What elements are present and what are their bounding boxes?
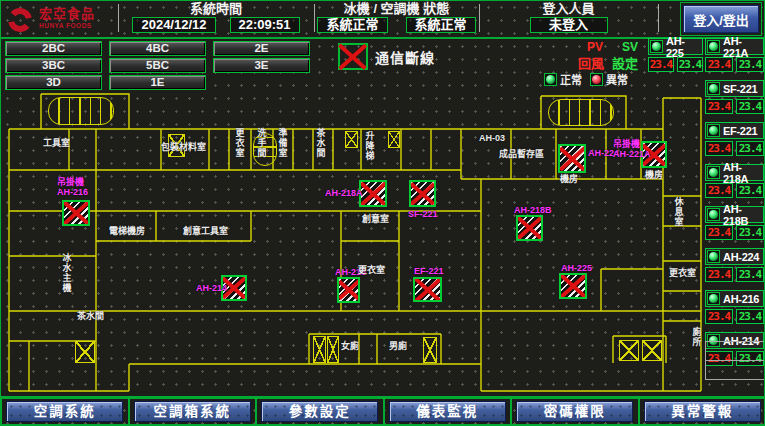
pv-name-header: 回風 — [578, 53, 604, 72]
ahu-status: 系統正常 — [406, 17, 476, 33]
normal-label: 正常 — [560, 71, 582, 87]
unit-panel-left-column: AH-22523.423.4 — [648, 38, 703, 72]
floor-button-3D[interactable]: 3D — [5, 75, 102, 90]
unit-name: AH-216 — [723, 293, 759, 305]
fp-unit-label: AH-214 — [196, 283, 227, 293]
pv-value: 23.4 — [705, 309, 733, 324]
room-label: 創意室 — [362, 215, 389, 225]
login-label: 登入人員 — [479, 1, 658, 17]
fp-unit-SF-221[interactable] — [409, 180, 436, 207]
pv-value: 23.4 — [705, 183, 733, 198]
nav-segment: 參數設定 — [256, 398, 384, 425]
room-label: 茶水間 — [77, 312, 104, 322]
sv-value: 23.4 — [736, 309, 764, 324]
unit-button-EF-221[interactable]: EF-221 — [705, 122, 764, 139]
floor-button-3BC[interactable]: 3BC — [5, 58, 102, 73]
room-label: 冰水主機 — [61, 253, 71, 293]
sv-value: 23.4 — [736, 57, 764, 72]
top-bar: 宏亞食品 HUNYA FOODS 系統時間 2024/12/12 22:09:5… — [1, 1, 765, 39]
sv-value: 23.4 — [736, 183, 764, 198]
floor-button-2BC[interactable]: 2BC — [5, 41, 102, 56]
fp-unit-label: SF-221 — [408, 209, 438, 219]
fp-unit-label: AH-218A — [325, 188, 363, 198]
room-label: 創意工具室 — [183, 227, 228, 237]
elevator-shaft-icon — [75, 341, 95, 363]
status-lamp-icon — [707, 124, 720, 137]
nav-button-異常警報[interactable]: 異常警報 — [644, 401, 761, 422]
fp-unit-label: AH-225 — [561, 263, 592, 273]
unit-block-AH-216: AH-21623.423.4 — [705, 290, 764, 324]
unit-block-AH-224: AH-22423.423.4 — [705, 248, 764, 282]
nav-button-空調系統[interactable]: 空調系統 — [6, 401, 123, 422]
status-lamp-icon — [707, 166, 720, 179]
unit-button-AH-216[interactable]: AH-216 — [705, 290, 764, 307]
login-logout-button[interactable]: 登入/登出 — [683, 5, 759, 33]
nav-button-密碼權限[interactable]: 密碼權限 — [516, 401, 633, 422]
fp-unit-AH-218B[interactable] — [516, 215, 543, 241]
logo-icon — [5, 5, 35, 35]
status-lamp-icon — [707, 208, 720, 221]
nav-button-參數設定[interactable]: 參數設定 — [261, 401, 378, 422]
stairs-icon — [548, 99, 614, 126]
floor-button-1E[interactable]: 1E — [109, 75, 206, 90]
fp-unit-label: 吊掛機AH-216 — [57, 177, 88, 197]
unit-button-AH-221A[interactable]: AH-221A — [705, 38, 764, 55]
floor-button-5BC[interactable]: 5BC — [109, 58, 206, 73]
machine-status-section: 冰機 / 空調機 狀態 系統正常 系統正常 — [314, 1, 479, 39]
unit-name: EF-221 — [723, 125, 757, 137]
fp-unit-label: EF-221 — [414, 266, 444, 276]
unit-block-AH-218A: AH-218A23.423.4 — [705, 164, 764, 198]
floor-button-3E[interactable]: 3E — [213, 58, 310, 73]
system-time-value: 22:09:51 — [230, 17, 300, 33]
fp-unit-AH-216[interactable] — [62, 200, 90, 226]
unit-button-AH-218A[interactable]: AH-218A — [705, 164, 764, 181]
hmi-screen: 吊掛機AH-216AH-214AH-218ASF-221AH-218BAH-22… — [0, 0, 765, 426]
unit-name: AH-224 — [723, 251, 759, 263]
nav-button-儀表監視[interactable]: 儀表監視 — [389, 401, 506, 422]
pv-value: 23.4 — [705, 225, 733, 240]
elevator-shaft-icon — [388, 131, 400, 148]
room-label: 更衣室 — [669, 269, 696, 279]
normal-legend: 正常 — [544, 71, 582, 87]
unit-block-EF-221: EF-22123.423.4 — [705, 122, 764, 156]
unit-button-AH-218B[interactable]: AH-218B — [705, 206, 764, 223]
unit-button-AH-224[interactable]: AH-224 — [705, 248, 764, 265]
pv-value: 23.4 — [705, 141, 733, 156]
room-label: 休息室 — [673, 197, 683, 227]
login-section: 登入人員 未登入 — [479, 1, 658, 39]
fp-unit-AH-218[interactable] — [337, 277, 360, 303]
machine-status-label: 冰機 / 空調機 狀態 — [314, 1, 479, 17]
unit-name: AH-225 — [666, 35, 701, 59]
sv-name-header: 設定 — [612, 53, 638, 72]
system-time-label: 系統時間 — [118, 1, 314, 17]
nav-button-空調箱系統[interactable]: 空調箱系統 — [134, 401, 251, 422]
floor-button-2E[interactable]: 2E — [213, 41, 310, 56]
unit-block-AH-221A: AH-221A23.423.4 — [705, 38, 764, 72]
room-label: 洗手間 — [256, 128, 266, 158]
room-label: 更衣室 — [358, 266, 385, 276]
room-label: 男廁 — [389, 342, 407, 352]
elevator-shaft-icon — [642, 340, 662, 361]
unit-button-AH-225[interactable]: AH-225 — [648, 38, 703, 55]
status-lamp-icon — [707, 40, 720, 53]
fp-unit-AH-224[interactable] — [558, 144, 586, 173]
room-label: 機房 — [645, 171, 663, 181]
fp-unit-AH-218A[interactable] — [359, 180, 387, 207]
elevator-shaft-icon — [619, 340, 639, 361]
unit-button-SF-221[interactable]: SF-221 — [705, 80, 764, 97]
normal-lamp-icon — [544, 73, 557, 86]
status-lamp-icon — [707, 82, 720, 95]
brand-name-en: HUNYA FOODS — [39, 20, 95, 32]
unit-name: SF-221 — [723, 83, 757, 95]
fp-unit-AH-225[interactable] — [559, 273, 587, 299]
stairs-icon — [48, 97, 114, 125]
room-label: AH-03 — [479, 134, 505, 144]
unit-block-AH-218B: AH-218B23.423.4 — [705, 206, 764, 240]
room-label: 升降梯 — [364, 131, 374, 161]
room-label: 工具室 — [43, 139, 70, 149]
room-label: 準備室 — [277, 128, 287, 158]
empty-unit-slot — [705, 341, 765, 380]
fp-unit-EF-221[interactable] — [413, 277, 442, 302]
floor-button-4BC[interactable]: 4BC — [109, 41, 206, 56]
sv-value: 23.4 — [677, 57, 703, 72]
